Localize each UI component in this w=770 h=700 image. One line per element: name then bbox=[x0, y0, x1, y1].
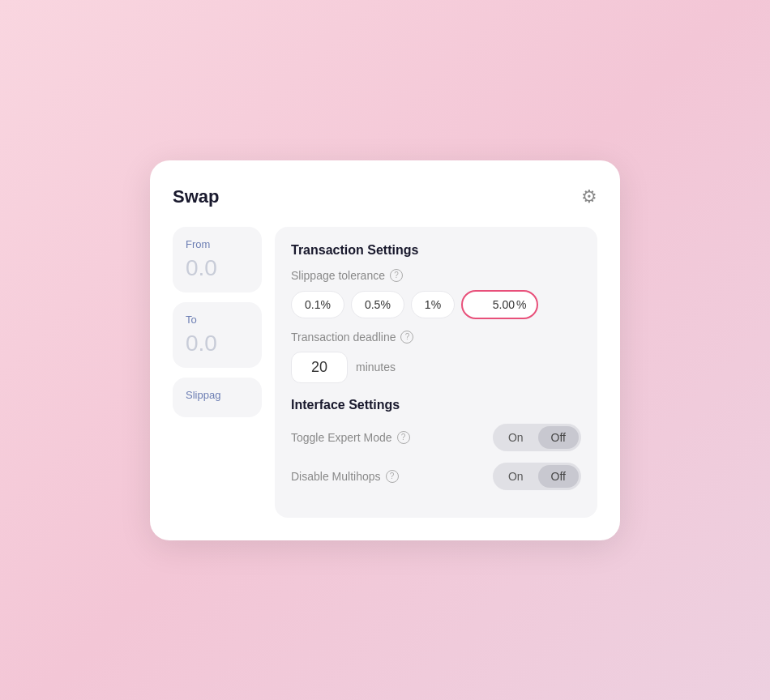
multihops-help-icon[interactable]: ? bbox=[386, 470, 399, 483]
deadline-input-wrap bbox=[291, 352, 348, 383]
expert-mode-toggle[interactable]: On Off bbox=[493, 424, 581, 451]
slippage-buttons-row: 0.1% 0.5% 1% % bbox=[291, 290, 581, 319]
slippage-tolerance-row: Slippage tolerance ? 0.1% 0.5% 1% % bbox=[291, 269, 581, 319]
slippage-custom-input[interactable] bbox=[473, 298, 515, 311]
expert-mode-off[interactable]: Off bbox=[538, 426, 579, 449]
from-value: 0.0 bbox=[186, 255, 249, 281]
gear-icon[interactable]: ⚙ bbox=[581, 186, 597, 207]
from-label: From bbox=[186, 238, 249, 250]
slippage-option-1[interactable]: 0.5% bbox=[351, 291, 404, 318]
deadline-row-wrap: Transaction deadline ? minutes bbox=[291, 331, 581, 383]
page-title: Swap bbox=[173, 186, 219, 207]
multihops-label: Disable Multihops bbox=[291, 470, 381, 483]
expert-mode-label: Toggle Expert Mode bbox=[291, 431, 392, 444]
from-panel: From 0.0 bbox=[173, 227, 262, 292]
slippage-label-wrap: Slippage tolerance ? bbox=[291, 269, 581, 282]
multihops-toggle[interactable]: On Off bbox=[493, 463, 581, 490]
left-panels: From 0.0 To 0.0 Slippag bbox=[173, 227, 262, 518]
to-panel: To 0.0 bbox=[173, 302, 262, 368]
settings-panel: Transaction Settings Slippage tolerance … bbox=[275, 227, 597, 518]
swap-card: Swap ⚙ From 0.0 To 0.0 Slippag Transacti… bbox=[150, 160, 620, 540]
to-label: To bbox=[186, 314, 249, 326]
slippage-percent-sign: % bbox=[516, 298, 526, 311]
transaction-settings-title: Transaction Settings bbox=[291, 243, 581, 258]
interface-settings-section: Interface Settings Toggle Expert Mode ? … bbox=[291, 398, 581, 490]
multihops-label-wrap: Disable Multihops ? bbox=[291, 470, 399, 483]
slippage-tolerance-label: Slippage tolerance bbox=[291, 269, 385, 282]
slippage-side-label: Slippag bbox=[186, 389, 249, 401]
deadline-input-row: minutes bbox=[291, 352, 581, 383]
expert-mode-on[interactable]: On bbox=[495, 426, 537, 449]
deadline-help-icon[interactable]: ? bbox=[400, 331, 413, 344]
interface-settings-title: Interface Settings bbox=[291, 398, 581, 412]
multihops-row: Disable Multihops ? On Off bbox=[291, 463, 581, 490]
deadline-unit: minutes bbox=[356, 361, 396, 373]
slippage-help-icon[interactable]: ? bbox=[390, 269, 403, 282]
slippage-custom-wrap: % bbox=[461, 290, 537, 319]
expert-mode-row: Toggle Expert Mode ? On Off bbox=[291, 424, 581, 451]
expert-mode-label-wrap: Toggle Expert Mode ? bbox=[291, 431, 410, 444]
slippage-option-2[interactable]: 1% bbox=[411, 291, 455, 318]
deadline-label: Transaction deadline bbox=[291, 331, 396, 344]
deadline-label-wrap: Transaction deadline ? bbox=[291, 331, 581, 344]
deadline-input[interactable] bbox=[303, 359, 336, 376]
slippage-side-panel: Slippag bbox=[173, 378, 262, 417]
card-header: Swap ⚙ bbox=[173, 186, 597, 207]
to-value: 0.0 bbox=[186, 331, 249, 356]
slippage-option-0[interactable]: 0.1% bbox=[291, 291, 344, 318]
multihops-off[interactable]: Off bbox=[538, 465, 579, 488]
card-body: From 0.0 To 0.0 Slippag Transaction Sett… bbox=[173, 227, 597, 518]
multihops-on[interactable]: On bbox=[495, 465, 537, 488]
expert-mode-help-icon[interactable]: ? bbox=[397, 431, 410, 444]
